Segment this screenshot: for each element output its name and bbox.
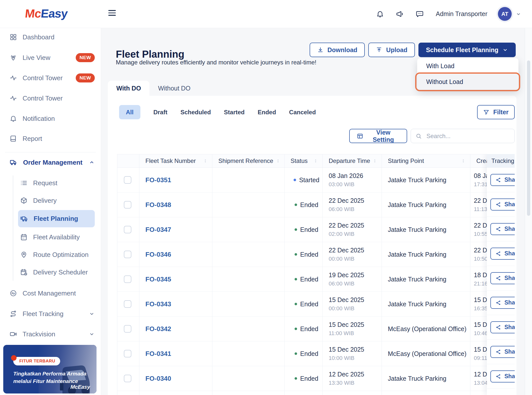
header-tracking: Tracking <box>487 154 515 168</box>
share-button[interactable]: Share <box>490 297 515 309</box>
share-button[interactable]: Share <box>490 321 515 333</box>
fleet-task-link[interactable]: FO-0345 <box>145 275 212 283</box>
menu-item-with-load[interactable]: With Load <box>417 58 518 74</box>
share-button[interactable]: Share <box>490 199 515 211</box>
row-checkbox[interactable] <box>124 375 131 382</box>
fleet-task-cell: FO-0341 <box>139 341 212 366</box>
checkbox-cell <box>117 292 139 316</box>
announcement-megaphone-icon[interactable] <box>396 10 404 18</box>
upload-button[interactable]: Upload <box>368 43 415 57</box>
share-button[interactable]: Share <box>490 272 515 284</box>
promo-banner[interactable]: FITUR TERBARU Tingkatkan Performa Armada… <box>3 345 97 393</box>
fleet-task-cell: FO-0351 <box>139 168 212 192</box>
row-checkbox[interactable] <box>124 350 131 357</box>
tab-without-do[interactable]: Without DO <box>149 81 199 96</box>
sidebar-item-report[interactable]: Report <box>6 131 95 147</box>
fleet-task-link[interactable]: FO-0346 <box>145 251 212 258</box>
sidebar-group-order-management[interactable]: Order Management <box>6 154 95 170</box>
sidebar-item-dashboard[interactable]: Dashboard <box>6 29 95 45</box>
fleet-task-cell: FO-0345 <box>139 267 212 291</box>
sidebar-item-delivery-scheduler[interactable]: Delivery Scheduler <box>18 264 95 280</box>
tab-with-do[interactable]: With DO <box>108 81 149 96</box>
user-menu-chevron-icon[interactable] <box>516 11 521 17</box>
chip-scheduled[interactable]: Scheduled <box>181 109 211 116</box>
hamburger-menu-icon[interactable] <box>108 10 116 17</box>
header-shipment-reference[interactable]: Shipment Reference <box>212 154 284 167</box>
schedule-fleet-planning-button[interactable]: Schedule Fleet Planning <box>418 43 516 57</box>
notification-bell-icon[interactable] <box>376 10 384 18</box>
search-input[interactable] <box>426 132 510 140</box>
view-setting-button[interactable]: View Setting <box>349 129 407 143</box>
status-dot-icon <box>295 228 297 231</box>
sidebar-item-delivery[interactable]: Delivery <box>18 192 95 209</box>
fleet-task-link[interactable]: FO-0340 <box>145 375 212 382</box>
share-button[interactable]: Share <box>490 248 515 260</box>
row-checkbox[interactable] <box>124 300 131 308</box>
tracking-cell: Share <box>487 340 515 364</box>
checkbox-cell <box>117 317 139 341</box>
fleet-task-link[interactable]: FO-0341 <box>145 350 212 358</box>
chevron-down-icon <box>89 331 95 337</box>
status-dot-icon <box>295 253 297 256</box>
share-icon <box>495 300 501 306</box>
status-dot-icon <box>295 328 297 330</box>
window-scrollbar-thumb[interactable] <box>527 60 530 216</box>
fleet-task-link[interactable]: FO-0347 <box>145 226 212 234</box>
activity-pulse-icon <box>10 74 17 82</box>
filter-button[interactable]: Filter <box>477 105 515 119</box>
chat-feedback-icon[interactable] <box>416 10 424 18</box>
sidebar-item-notification[interactable]: Notification <box>6 111 95 127</box>
share-icon <box>495 251 501 257</box>
share-button[interactable]: Share <box>490 346 515 358</box>
chip-started[interactable]: Started <box>224 109 245 116</box>
checkbox-cell <box>117 217 139 242</box>
window-scrollbar-track[interactable] <box>525 28 532 395</box>
tracking-cell: Share <box>487 315 515 340</box>
sidebar-item-fleet-planning[interactable]: Fleet Planning <box>18 210 95 227</box>
sidebar-item-trackvision[interactable]: Trackvision <box>6 326 95 342</box>
sidebar-item-fleet-tracking[interactable]: Fleet Tracking <box>6 306 95 322</box>
fleet-task-link[interactable]: FO-0342 <box>145 325 212 333</box>
header-status[interactable]: Status <box>284 154 322 167</box>
chip-draft[interactable]: Draft <box>153 109 167 116</box>
sidebar-item-cost-management[interactable]: Rp Cost Management <box>6 285 95 301</box>
share-button[interactable]: Share <box>490 174 515 186</box>
table-row <box>117 391 515 395</box>
menu-item-without-load[interactable]: Without Load <box>417 74 518 90</box>
status-dot-icon <box>295 204 297 206</box>
video-camera-icon <box>10 330 17 338</box>
sidebar-item-live-view[interactable]: Live View NEW <box>6 50 95 66</box>
row-checkbox[interactable] <box>124 251 131 258</box>
header-fleet-task-number[interactable]: Fleet Task Number <box>139 154 212 167</box>
row-checkbox[interactable] <box>124 275 131 283</box>
header-starting-point[interactable]: Starting Point <box>382 154 470 167</box>
sidebar-item-control-tower-1[interactable]: Control Tower NEW <box>6 70 95 86</box>
fleet-task-link[interactable]: FO-0348 <box>145 201 212 209</box>
starting-point-cell <box>382 391 470 395</box>
table-row: FO-0351 Started 08 Jan 202603:00 WIB Jat… <box>117 168 515 192</box>
download-button[interactable]: Download <box>310 43 365 57</box>
share-button[interactable]: Share <box>490 370 515 382</box>
avatar[interactable]: AT <box>498 7 512 21</box>
share-button[interactable]: Share <box>490 223 515 235</box>
topbar: McEasy Admin Transporter AT <box>0 0 532 28</box>
starting-point-cell: Jatake Truck Parking <box>382 192 470 217</box>
header-departure-time[interactable]: Departure Time <box>322 154 382 167</box>
fleet-task-link[interactable]: FO-0343 <box>145 300 212 308</box>
chip-canceled[interactable]: Canceled <box>289 109 316 116</box>
chip-all[interactable]: All <box>119 105 140 119</box>
fleet-task-cell: FO-0348 <box>139 192 212 217</box>
fleet-task-link[interactable]: FO-0351 <box>145 176 212 184</box>
row-checkbox[interactable] <box>124 325 131 333</box>
status-label: Ended <box>300 201 318 209</box>
shipment-reference-cell <box>212 391 284 395</box>
sidebar-item-fleet-availability[interactable]: Fleet Availability <box>18 229 95 245</box>
sidebar-item-route-optimization[interactable]: Route Optimization <box>18 247 95 263</box>
sidebar-item-control-tower-2[interactable]: Control Tower <box>6 90 95 106</box>
sidebar-item-request[interactable]: Request <box>18 175 95 191</box>
row-checkbox[interactable] <box>124 226 131 233</box>
row-checkbox[interactable] <box>124 176 131 184</box>
chip-ended[interactable]: Ended <box>258 109 276 116</box>
row-checkbox[interactable] <box>124 201 131 209</box>
sort-icon <box>203 159 208 163</box>
